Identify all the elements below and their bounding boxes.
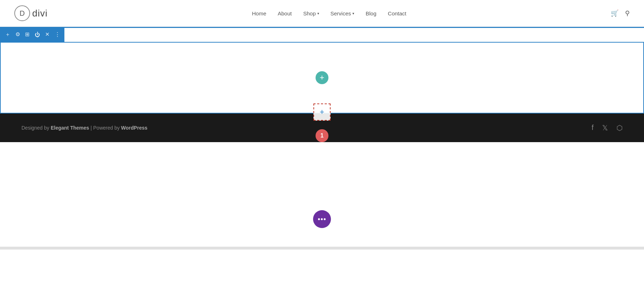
content-section: + + 1 xyxy=(0,42,644,113)
add-section-icon[interactable]: ＋ xyxy=(5,31,10,38)
section-border-top xyxy=(0,27,644,28)
services-dropdown-icon: ▾ xyxy=(352,11,354,15)
nav-blog[interactable]: Blog xyxy=(366,10,376,16)
floating-more-button[interactable]: ••• xyxy=(313,210,331,228)
add-module-button[interactable]: + xyxy=(316,71,328,84)
settings-icon[interactable]: ⚙ xyxy=(15,31,20,38)
nav-about[interactable]: About xyxy=(278,10,292,16)
clone-icon[interactable]: ⊞ xyxy=(25,31,30,38)
logo-text: divi xyxy=(32,8,48,19)
add-row-button[interactable]: + xyxy=(313,103,331,121)
footer-social-icons: f 𝕏 ⬡ xyxy=(591,124,623,132)
add-row-container: + 1 xyxy=(313,103,331,121)
cart-icon[interactable]: 🛒 xyxy=(611,9,619,17)
more-options-icon[interactable]: ⋮ xyxy=(55,31,60,38)
logo-icon: D xyxy=(14,5,30,21)
twitter-icon[interactable]: 𝕏 xyxy=(602,124,608,132)
nav-icons: 🛒 ⚲ xyxy=(611,9,630,17)
logo[interactable]: D divi xyxy=(14,5,48,21)
nav-services[interactable]: Services ▾ xyxy=(331,10,355,16)
shop-dropdown-icon: ▾ xyxy=(317,11,319,15)
nav-home[interactable]: Home xyxy=(252,10,266,16)
notification-badge: 1 xyxy=(316,129,328,142)
nav-shop[interactable]: Shop ▾ xyxy=(303,10,319,16)
bottom-bar xyxy=(0,247,644,250)
site-header: D divi Home About Shop ▾ Services ▾ Blog… xyxy=(0,0,644,27)
below-footer-space: ••• xyxy=(0,142,644,250)
nav-contact[interactable]: Contact xyxy=(388,10,406,16)
delete-icon[interactable]: ✕ xyxy=(45,31,50,38)
toggle-icon[interactable]: ⏻ xyxy=(35,32,40,38)
search-icon[interactable]: ⚲ xyxy=(625,9,630,17)
main-nav: Home About Shop ▾ Services ▾ Blog Contac… xyxy=(252,10,406,16)
facebook-icon[interactable]: f xyxy=(591,124,594,132)
instagram-icon[interactable]: ⬡ xyxy=(616,124,623,132)
footer-credit: Designed by Elegant Themes | Powered by … xyxy=(21,125,147,131)
builder-toolbar: ＋ ⚙ ⊞ ⏻ ✕ ⋮ xyxy=(0,27,64,42)
